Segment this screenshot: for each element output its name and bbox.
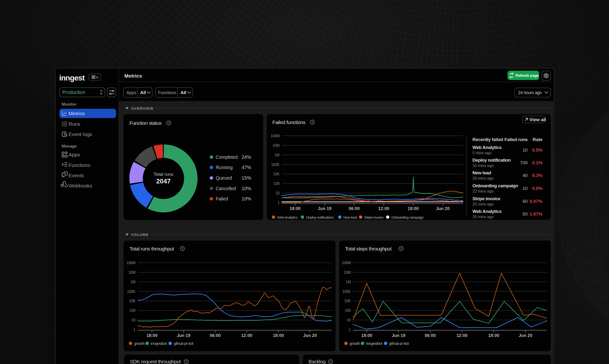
svg-text:Failed: Failed <box>216 196 228 201</box>
svg-text:Jun 19: Jun 19 <box>391 333 405 338</box>
svg-text:20 mins ago: 20 mins ago <box>472 176 493 180</box>
svg-text:10: 10 <box>275 191 279 195</box>
svg-text:1: 1 <box>133 327 135 331</box>
svg-text:?: ? <box>185 360 187 363</box>
svg-text:Webhooks: Webhooks <box>69 183 92 188</box>
svg-text:10K: 10K <box>344 299 351 303</box>
svg-text:Deploy notification: Deploy notification <box>472 157 511 162</box>
svg-text:Queued: Queued <box>216 175 232 180</box>
svg-text:10 mins ago: 10 mins ago <box>472 163 493 168</box>
svg-text:Jun 19: Jun 19 <box>177 333 190 338</box>
svg-text:10: 10 <box>346 318 350 322</box>
svg-text:growth: growth <box>349 341 360 345</box>
svg-text:Function status: Function status <box>129 120 161 126</box>
svg-text:Web Analytics: Web Analytics <box>472 208 501 214</box>
svg-text:Completed: Completed <box>216 154 237 159</box>
svg-text:10: 10 <box>523 147 527 152</box>
svg-text:Metrics: Metrics <box>125 73 142 78</box>
svg-text:Recently failed: Recently failed <box>472 137 503 142</box>
svg-text:100: 100 <box>273 181 279 185</box>
svg-text:10: 10 <box>523 186 527 191</box>
svg-text:18:00: 18:00 <box>273 333 284 338</box>
svg-text:100M: 100M <box>270 134 279 138</box>
svg-text:K: K <box>96 75 99 80</box>
svg-text:inngestbot: inngestbot <box>151 341 167 345</box>
svg-text:0.07%: 0.07% <box>529 198 542 204</box>
svg-text:Runs: Runs <box>69 121 80 127</box>
svg-text:06:00: 06:00 <box>348 206 360 211</box>
svg-text:100K: 100K <box>342 289 351 293</box>
svg-text:10K: 10K <box>129 299 136 303</box>
svg-text:15%: 15% <box>241 175 251 180</box>
svg-text:10%: 10% <box>241 186 251 191</box>
svg-text:?: ? <box>311 120 313 124</box>
svg-text:?: ? <box>181 247 183 250</box>
svg-text:22 mins ago: 22 mins ago <box>472 188 493 193</box>
svg-text:Deploy notifications: Deploy notifications <box>306 215 334 219</box>
svg-text:Onboarding campaign: Onboarding campaign <box>472 183 518 188</box>
svg-text:OVERVIEW: OVERVIEW <box>131 106 153 110</box>
svg-text:10%: 10% <box>241 196 251 201</box>
svg-text:1M: 1M <box>130 280 135 284</box>
svg-text:10: 10 <box>131 318 135 322</box>
svg-text:700: 700 <box>520 160 527 165</box>
svg-text:100: 100 <box>345 308 351 312</box>
svg-text:github-pr-bot: github-pr-bot <box>174 341 194 345</box>
svg-text:All: All <box>180 90 186 95</box>
svg-text:100M: 100M <box>342 260 350 265</box>
svg-text:Jun 20: Jun 20 <box>303 333 317 338</box>
svg-text:All: All <box>140 90 146 95</box>
svg-text:25 mins ago: 25 mins ago <box>472 201 493 206</box>
svg-text:?: ? <box>167 121 169 125</box>
svg-text:1M: 1M <box>346 280 350 284</box>
svg-text:18:00: 18:00 <box>488 333 499 338</box>
svg-text:Metrics: Metrics <box>69 111 85 116</box>
svg-text:0.1%: 0.1% <box>532 160 542 165</box>
svg-text:10M: 10M <box>272 143 279 147</box>
svg-text:60: 60 <box>523 198 527 204</box>
svg-text:Functions: Functions <box>69 162 90 168</box>
svg-text:Onboarding campaign: Onboarding campaign <box>391 215 423 219</box>
svg-text:Total steps throughput: Total steps throughput <box>345 246 391 251</box>
svg-text:10K: 10K <box>273 172 279 176</box>
svg-text:10M: 10M <box>128 270 135 274</box>
svg-text:24 hours ago: 24 hours ago <box>518 90 542 95</box>
svg-text:inngestbot: inngestbot <box>366 341 382 345</box>
svg-text:Total runs throughput: Total runs throughput <box>129 246 174 251</box>
svg-text:Apps: Apps <box>127 90 137 95</box>
svg-text:12:00: 12:00 <box>456 333 467 338</box>
svg-text:100M: 100M <box>126 260 135 265</box>
svg-text:inngest: inngest <box>59 74 85 82</box>
svg-text:Jun 20: Jun 20 <box>518 333 532 338</box>
svg-text:1.67%: 1.67% <box>529 211 542 216</box>
svg-text:0.3%: 0.3% <box>532 173 542 178</box>
svg-text:Stripe invoice: Stripe invoice <box>472 196 500 201</box>
svg-text:Events: Events <box>69 173 84 178</box>
svg-text:Production: Production <box>62 90 85 95</box>
svg-text:Backlog: Backlog <box>308 359 325 364</box>
svg-text:Failed runs: Failed runs <box>504 137 527 142</box>
svg-text:50: 50 <box>523 211 527 216</box>
svg-text:Apps: Apps <box>69 152 80 157</box>
svg-text:Refresh page: Refresh page <box>515 74 539 78</box>
svg-text:github-pr-bot: github-pr-bot <box>389 341 409 345</box>
svg-text:24%: 24% <box>241 154 251 159</box>
svg-text:35 mins ago: 35 mins ago <box>472 214 493 219</box>
svg-text:growth: growth <box>134 341 144 345</box>
svg-text:06:00: 06:00 <box>425 333 436 338</box>
svg-text:New lead: New lead <box>472 170 491 175</box>
svg-text:?: ? <box>330 360 331 363</box>
svg-text:12:00: 12:00 <box>241 333 252 338</box>
svg-text:06:00: 06:00 <box>209 333 221 338</box>
svg-text:12:00: 12:00 <box>378 206 389 211</box>
svg-text:Web Analytics: Web Analytics <box>472 145 501 150</box>
svg-text:Manage: Manage <box>62 144 77 148</box>
svg-text:18:00: 18:00 <box>289 206 300 211</box>
svg-text:Running: Running <box>216 165 232 170</box>
svg-text:47%: 47% <box>241 165 251 170</box>
svg-text:Web Analytics: Web Analytics <box>277 215 298 219</box>
svg-text:Rate: Rate <box>533 137 542 142</box>
svg-text:0.5%: 0.5% <box>532 147 542 152</box>
svg-text:?: ? <box>400 247 402 250</box>
svg-text:Functions: Functions <box>158 90 176 95</box>
